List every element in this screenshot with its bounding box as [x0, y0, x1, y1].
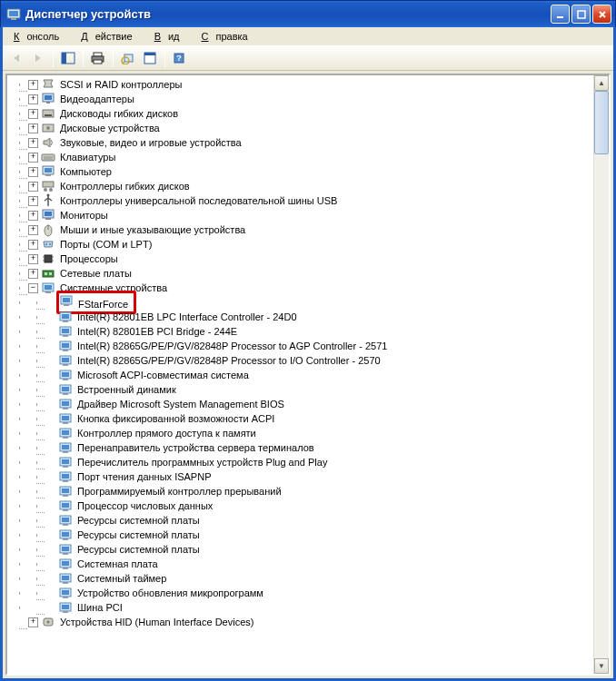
close-button[interactable] — [592, 5, 611, 24]
category-item[interactable]: +Порты (COM и LPT) — [11, 237, 593, 252]
svg-rect-61 — [62, 329, 69, 333]
tree-item-label: Устройство обновления микропрограмм — [75, 586, 265, 600]
print-button[interactable] — [88, 48, 108, 68]
expand-button[interactable]: + — [28, 182, 38, 192]
device-item[interactable]: Intel(R) 82865G/PE/P/GV/82848P Processor… — [11, 353, 593, 368]
show-hide-tree-button[interactable] — [58, 48, 78, 68]
expand-button[interactable]: + — [28, 196, 38, 206]
svg-rect-79 — [62, 416, 69, 420]
forward-button — [28, 48, 48, 68]
category-item[interactable]: +Сетевые платы — [11, 266, 593, 281]
svg-rect-106 — [62, 547, 69, 551]
category-item[interactable]: +Мыши и иные указывающие устройства — [11, 222, 593, 237]
device-tree[interactable]: +SCSI и RAID контроллеры+Видеоадаптеры+Д… — [7, 75, 593, 674]
expand-button[interactable]: + — [28, 225, 38, 235]
device-item[interactable]: Ресурсы системной платы — [11, 542, 593, 557]
device-item[interactable]: Перенаправитель устройства сервера терми… — [11, 440, 593, 455]
tree-item-label: Контроллеры универсальной последовательн… — [58, 193, 339, 208]
properties-button[interactable] — [140, 48, 160, 68]
expand-button[interactable]: + — [28, 153, 38, 163]
menu-action[interactable]: Действие — [74, 29, 146, 44]
tree-item-label: Звуковые, видео и игровые устройства — [58, 135, 243, 150]
category-item[interactable]: +SCSI и RAID контроллеры — [11, 77, 593, 92]
expand-button[interactable]: + — [28, 138, 38, 148]
expand-button[interactable]: + — [28, 617, 38, 627]
category-item[interactable]: +Компьютер — [11, 164, 593, 179]
maximize-button[interactable] — [571, 5, 591, 24]
category-item[interactable]: +Видеоадаптеры — [11, 92, 593, 106]
device-item[interactable]: Процессор числовых данных — [11, 498, 593, 513]
tree-item-label: Мыши и иные указывающие устройства — [58, 222, 247, 237]
vertical-scrollbar[interactable]: ▲ ▼ — [593, 75, 609, 674]
svg-rect-77 — [63, 408, 68, 410]
minimize-button[interactable] — [551, 5, 570, 24]
device-item[interactable]: Системный таймер — [11, 571, 593, 586]
scroll-down-button[interactable]: ▼ — [594, 658, 609, 674]
menu-console[interactable]: Консоль — [6, 29, 74, 44]
device-item[interactable]: Программируемый контроллер прерываний — [11, 484, 593, 498]
device-item[interactable]: Порт чтения данных ISAPNP — [11, 469, 593, 484]
category-item[interactable]: +Дисководы гибких дисков — [11, 106, 593, 121]
category-item[interactable]: +Контроллеры гибких дисков — [11, 179, 593, 193]
svg-rect-103 — [62, 532, 69, 537]
scroll-thumb[interactable] — [594, 91, 609, 154]
sys-icon — [58, 339, 73, 353]
svg-rect-21 — [46, 102, 50, 104]
expand-button[interactable]: + — [28, 254, 38, 264]
device-item[interactable]: Контроллер прямого доступа к памяти — [11, 426, 593, 440]
tree-item-label: Порты (COM и LPT) — [58, 237, 154, 252]
device-fstarforce[interactable]: FStarForce — [11, 295, 593, 310]
expand-button[interactable]: + — [28, 123, 38, 133]
expand-button[interactable]: + — [28, 80, 38, 90]
device-item[interactable]: Устройство обновления микропрограмм — [11, 586, 593, 600]
device-item[interactable]: Microsoft ACPI-совместимая система — [11, 368, 593, 382]
device-item[interactable]: Перечислитель программных устройств Plug… — [11, 455, 593, 469]
scan-hardware-button[interactable] — [118, 48, 138, 68]
svg-rect-71 — [63, 379, 68, 380]
device-item[interactable]: Intel(R) 82801EB LPC Interface Controlle… — [11, 310, 593, 324]
category-item[interactable]: +Мониторы — [11, 208, 593, 222]
svg-rect-50 — [49, 272, 52, 275]
sys-icon — [58, 469, 73, 484]
scroll-up-button[interactable]: ▲ — [594, 75, 609, 91]
svg-rect-4 — [578, 11, 585, 18]
svg-rect-115 — [62, 590, 69, 595]
sys-icon — [58, 310, 73, 324]
category-item[interactable]: +Процессоры — [11, 252, 593, 266]
device-item[interactable]: Шина PCI — [11, 600, 593, 615]
category-item[interactable]: +Дисковые устройства — [11, 121, 593, 135]
device-item[interactable]: Intel(R) 82801EB PCI Bridge - 244E — [11, 324, 593, 339]
svg-rect-56 — [64, 304, 69, 306]
device-item[interactable]: Драйвер Microsoft System Management BIOS — [11, 397, 593, 411]
sys-icon — [58, 353, 73, 368]
device-item[interactable]: Ресурсы системной платы — [11, 528, 593, 542]
device-item[interactable]: Intel(R) 82865G/PE/P/GV/82848P Processor… — [11, 339, 593, 353]
tree-panel: +SCSI и RAID контроллеры+Видеоадаптеры+Д… — [5, 74, 611, 676]
category-item[interactable]: +Клавиатуры — [11, 150, 593, 164]
svg-rect-95 — [63, 495, 68, 497]
svg-rect-38 — [45, 218, 51, 220]
scsi-icon — [41, 77, 55, 92]
device-item[interactable]: Системная плата — [11, 557, 593, 571]
category-item[interactable]: +Звуковые, видео и игровые устройства — [11, 135, 593, 150]
computer-icon — [41, 164, 55, 179]
svg-text:?: ? — [176, 54, 182, 63]
menu-help[interactable]: Справка — [194, 29, 263, 44]
device-item[interactable]: Встроенный динамик — [11, 382, 593, 397]
expand-button[interactable]: + — [28, 269, 38, 279]
expand-button[interactable]: + — [28, 240, 38, 250]
svg-rect-64 — [62, 343, 69, 348]
expand-button[interactable]: + — [28, 94, 38, 104]
sys-icon — [58, 484, 73, 498]
menu-view[interactable]: Вид — [147, 29, 194, 44]
help-button[interactable]: ? — [170, 48, 190, 68]
expand-button[interactable]: + — [28, 167, 38, 177]
svg-rect-59 — [63, 321, 68, 322]
category-hid[interactable]: +Устройства HID (Human Interface Devices… — [11, 615, 593, 629]
device-item[interactable]: Кнопка фиксированной возможности ACPI — [11, 411, 593, 426]
collapse-button[interactable]: − — [28, 283, 38, 293]
expand-button[interactable]: + — [28, 211, 38, 221]
device-item[interactable]: Ресурсы системной платы — [11, 513, 593, 528]
expand-button[interactable]: + — [28, 109, 38, 119]
category-item[interactable]: +Контроллеры универсальной последователь… — [11, 193, 593, 208]
